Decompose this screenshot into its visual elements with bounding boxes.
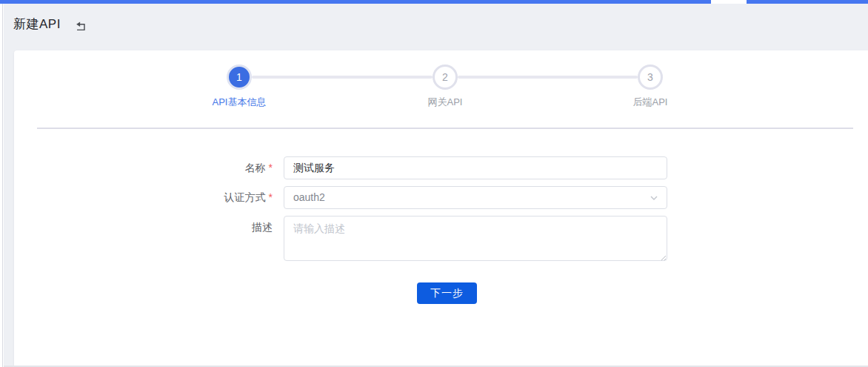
step-2-circle[interactable]: 2: [433, 65, 458, 90]
page-header: 新建API: [4, 4, 868, 50]
name-input[interactable]: [284, 156, 667, 179]
auth-field-label: 认证方式*: [147, 186, 273, 209]
name-field-label: 名称*: [147, 156, 273, 179]
step-3-number: 3: [647, 71, 653, 83]
description-label-text: 描述: [252, 221, 273, 233]
step-connector-1-2: [252, 76, 433, 79]
name-label-text: 名称: [245, 162, 266, 173]
section-divider: [37, 128, 853, 129]
step-connector-2-3: [458, 76, 638, 79]
step-3-label: 后端API: [598, 96, 702, 109]
step-2-number: 2: [442, 71, 448, 83]
description-textarea[interactable]: [284, 216, 667, 261]
auth-select-value: oauth2: [293, 191, 325, 203]
next-step-button[interactable]: 下一步: [417, 282, 477, 304]
step-1-circle[interactable]: 1: [227, 65, 252, 90]
step-1-number: 1: [236, 71, 242, 83]
step-3-circle[interactable]: 3: [638, 65, 663, 90]
required-asterisk: *: [269, 191, 273, 203]
left-edge-strip: [0, 4, 3, 367]
required-asterisk: *: [269, 162, 273, 173]
auth-label-text: 认证方式: [224, 191, 266, 203]
auth-select[interactable]: oauth2: [284, 186, 667, 209]
description-field-label: 描述: [147, 216, 273, 239]
new-api-card: 1 2 3 API基本信息 网关API 后端API 名称* 认证方式* oaut…: [14, 50, 868, 366]
step-2-label: 网关API: [393, 96, 497, 109]
step-1-label: API基本信息: [187, 96, 291, 109]
back-return-icon[interactable]: [74, 19, 87, 33]
page-title: 新建API: [13, 16, 61, 33]
chevron-down-icon: [649, 193, 659, 203]
